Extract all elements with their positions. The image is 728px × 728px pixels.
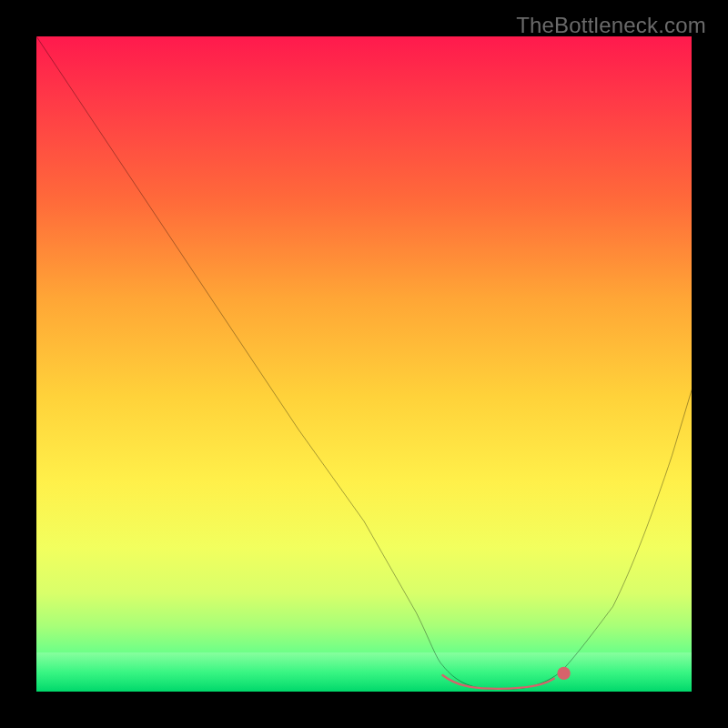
highlight-dot xyxy=(557,667,570,680)
watermark-text: TheBottleneck.com xyxy=(516,13,706,38)
chart-frame: TheBottleneck.com xyxy=(0,0,728,728)
plot-area xyxy=(36,36,692,692)
bottleneck-curve xyxy=(36,36,692,689)
highlight-band xyxy=(442,675,553,689)
chart-svg xyxy=(36,36,692,692)
